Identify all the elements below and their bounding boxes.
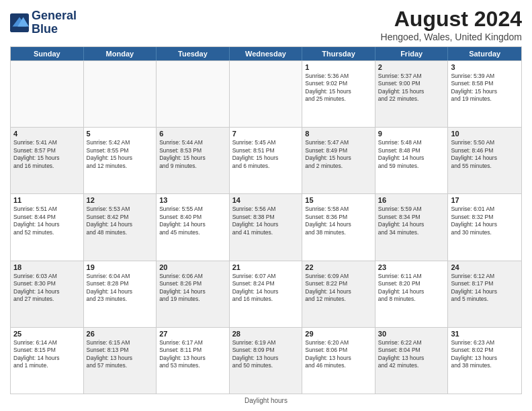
calendar-header-cell: Tuesday [157, 47, 230, 60]
cell-info: Sunrise: 6:17 AM Sunset: 8:11 PM Dayligh… [159, 339, 226, 370]
calendar-header-cell: Wednesday [230, 47, 303, 60]
cell-info: Sunrise: 5:58 AM Sunset: 8:36 PM Dayligh… [305, 205, 372, 236]
cell-info: Sunrise: 5:50 AM Sunset: 8:46 PM Dayligh… [451, 139, 519, 170]
cell-info: Sunrise: 5:51 AM Sunset: 8:44 PM Dayligh… [13, 205, 81, 236]
calendar-cell: 7Sunrise: 5:45 AM Sunset: 8:51 PM Daylig… [230, 128, 303, 193]
cell-info: Sunrise: 5:39 AM Sunset: 8:58 PM Dayligh… [451, 73, 519, 103]
footer-note: Daylight hours [10, 397, 522, 404]
logo-line2: Blue [32, 23, 77, 36]
calendar-cell: 29Sunrise: 6:20 AM Sunset: 8:06 PM Dayli… [302, 328, 375, 394]
calendar-cell [230, 61, 303, 127]
logo: General Blue [10, 9, 77, 36]
cell-info: Sunrise: 5:41 AM Sunset: 8:57 PM Dayligh… [13, 139, 81, 170]
calendar-body: 1Sunrise: 5:36 AM Sunset: 9:02 PM Daylig… [11, 60, 521, 394]
calendar-cell: 30Sunrise: 6:22 AM Sunset: 8:04 PM Dayli… [375, 328, 449, 394]
cell-info: Sunrise: 6:01 AM Sunset: 8:32 PM Dayligh… [451, 205, 519, 236]
month-title: August 2024 [381, 7, 522, 32]
calendar-cell: 26Sunrise: 6:15 AM Sunset: 8:13 PM Dayli… [84, 328, 157, 394]
calendar-cell: 22Sunrise: 6:09 AM Sunset: 8:22 PM Dayli… [302, 261, 375, 327]
day-number: 28 [232, 330, 300, 338]
cell-info: Sunrise: 5:42 AM Sunset: 8:55 PM Dayligh… [87, 139, 154, 170]
day-number: 31 [451, 330, 519, 338]
day-number: 16 [378, 196, 445, 204]
day-number: 7 [232, 130, 300, 138]
cell-info: Sunrise: 5:45 AM Sunset: 8:51 PM Dayligh… [232, 139, 300, 170]
calendar-cell: 1Sunrise: 5:36 AM Sunset: 9:02 PM Daylig… [302, 61, 375, 127]
cell-info: Sunrise: 6:03 AM Sunset: 8:30 PM Dayligh… [13, 273, 81, 304]
calendar-cell: 16Sunrise: 5:59 AM Sunset: 8:34 PM Dayli… [375, 194, 449, 260]
cell-info: Sunrise: 5:59 AM Sunset: 8:34 PM Dayligh… [378, 205, 445, 236]
logo-text: General Blue [32, 9, 77, 36]
cell-info: Sunrise: 5:36 AM Sunset: 9:02 PM Dayligh… [305, 73, 372, 103]
calendar-cell: 23Sunrise: 6:11 AM Sunset: 8:20 PM Dayli… [375, 261, 449, 327]
calendar-cell [11, 61, 84, 127]
calendar-cell: 9Sunrise: 5:48 AM Sunset: 8:48 PM Daylig… [375, 128, 449, 193]
header: General Blue August 2024 Hengoed, Wales,… [10, 7, 522, 42]
calendar-header-cell: Thursday [302, 47, 375, 60]
day-number: 26 [87, 330, 154, 338]
day-number: 6 [159, 130, 226, 138]
calendar-header-cell: Sunday [11, 47, 84, 60]
calendar-cell: 31Sunrise: 6:23 AM Sunset: 8:02 PM Dayli… [448, 328, 521, 394]
day-number: 15 [305, 196, 372, 204]
calendar-cell: 14Sunrise: 5:56 AM Sunset: 8:38 PM Dayli… [230, 194, 303, 260]
calendar-cell: 6Sunrise: 5:44 AM Sunset: 8:53 PM Daylig… [157, 128, 230, 193]
day-number: 2 [378, 63, 445, 71]
calendar-cell: 12Sunrise: 5:53 AM Sunset: 8:42 PM Dayli… [84, 194, 157, 260]
cell-info: Sunrise: 5:53 AM Sunset: 8:42 PM Dayligh… [87, 205, 154, 236]
calendar-cell: 3Sunrise: 5:39 AM Sunset: 8:58 PM Daylig… [448, 61, 521, 127]
day-number: 29 [305, 330, 372, 338]
calendar-cell: 8Sunrise: 5:47 AM Sunset: 8:49 PM Daylig… [302, 128, 375, 193]
cell-info: Sunrise: 6:19 AM Sunset: 8:09 PM Dayligh… [232, 339, 300, 370]
cell-info: Sunrise: 5:44 AM Sunset: 8:53 PM Dayligh… [159, 139, 226, 170]
calendar-cell: 2Sunrise: 5:37 AM Sunset: 9:00 PM Daylig… [375, 61, 449, 127]
cell-info: Sunrise: 6:12 AM Sunset: 8:17 PM Dayligh… [451, 273, 519, 304]
cell-info: Sunrise: 6:11 AM Sunset: 8:20 PM Dayligh… [378, 273, 445, 304]
cell-info: Sunrise: 6:14 AM Sunset: 8:15 PM Dayligh… [13, 339, 81, 370]
calendar-cell: 20Sunrise: 6:06 AM Sunset: 8:26 PM Dayli… [157, 261, 230, 327]
logo-line1: General [32, 9, 77, 23]
cell-info: Sunrise: 5:47 AM Sunset: 8:49 PM Dayligh… [305, 139, 372, 170]
day-number: 20 [159, 263, 226, 271]
cell-info: Sunrise: 5:37 AM Sunset: 9:00 PM Dayligh… [378, 73, 445, 103]
day-number: 30 [378, 330, 445, 338]
calendar-row: 11Sunrise: 5:51 AM Sunset: 8:44 PM Dayli… [11, 193, 521, 260]
day-number: 18 [13, 263, 81, 271]
calendar-cell [84, 61, 157, 127]
page: General Blue August 2024 Hengoed, Wales,… [0, 0, 532, 411]
day-number: 25 [13, 330, 81, 338]
calendar-cell: 13Sunrise: 5:55 AM Sunset: 8:40 PM Dayli… [157, 194, 230, 260]
calendar-cell: 25Sunrise: 6:14 AM Sunset: 8:15 PM Dayli… [11, 328, 84, 394]
calendar-header-cell: Monday [84, 47, 157, 60]
day-number: 12 [87, 196, 154, 204]
cell-info: Sunrise: 6:04 AM Sunset: 8:28 PM Dayligh… [87, 273, 154, 304]
calendar-cell: 24Sunrise: 6:12 AM Sunset: 8:17 PM Dayli… [448, 261, 521, 327]
calendar: SundayMondayTuesdayWednesdayThursdayFrid… [10, 46, 522, 394]
day-number: 4 [13, 130, 81, 138]
cell-info: Sunrise: 6:07 AM Sunset: 8:24 PM Dayligh… [232, 273, 300, 304]
day-number: 23 [378, 263, 445, 271]
calendar-cell: 10Sunrise: 5:50 AM Sunset: 8:46 PM Dayli… [448, 128, 521, 193]
calendar-cell: 19Sunrise: 6:04 AM Sunset: 8:28 PM Dayli… [84, 261, 157, 327]
day-number: 17 [451, 196, 519, 204]
cell-info: Sunrise: 6:20 AM Sunset: 8:06 PM Dayligh… [305, 339, 372, 370]
day-number: 11 [13, 196, 81, 204]
title-block: August 2024 Hengoed, Wales, United Kingd… [381, 7, 522, 42]
calendar-cell: 11Sunrise: 5:51 AM Sunset: 8:44 PM Dayli… [11, 194, 84, 260]
day-number: 21 [232, 263, 300, 271]
day-number: 5 [87, 130, 154, 138]
day-number: 14 [232, 196, 300, 204]
calendar-cell: 4Sunrise: 5:41 AM Sunset: 8:57 PM Daylig… [11, 128, 84, 193]
cell-info: Sunrise: 5:56 AM Sunset: 8:38 PM Dayligh… [232, 205, 300, 236]
cell-info: Sunrise: 6:15 AM Sunset: 8:13 PM Dayligh… [87, 339, 154, 370]
calendar-cell [157, 61, 230, 127]
calendar-cell: 5Sunrise: 5:42 AM Sunset: 8:55 PM Daylig… [84, 128, 157, 193]
day-number: 3 [451, 63, 519, 71]
calendar-row: 18Sunrise: 6:03 AM Sunset: 8:30 PM Dayli… [11, 261, 521, 327]
day-number: 24 [451, 263, 519, 271]
calendar-cell: 15Sunrise: 5:58 AM Sunset: 8:36 PM Dayli… [302, 194, 375, 260]
calendar-cell: 27Sunrise: 6:17 AM Sunset: 8:11 PM Dayli… [157, 328, 230, 394]
calendar-row: 1Sunrise: 5:36 AM Sunset: 9:02 PM Daylig… [11, 60, 521, 127]
calendar-row: 25Sunrise: 6:14 AM Sunset: 8:15 PM Dayli… [11, 327, 521, 394]
day-number: 9 [378, 130, 445, 138]
